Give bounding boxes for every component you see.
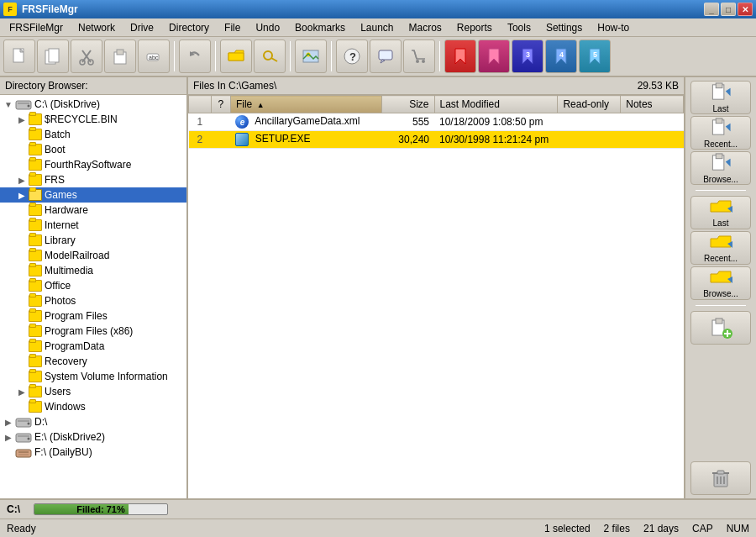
menu-drive[interactable]: Drive bbox=[123, 19, 161, 36]
tree-item-internet[interactable]: ▶ Internet bbox=[0, 218, 186, 233]
tree-label-d-drive: D:\ bbox=[34, 416, 47, 428]
menu-macros[interactable]: Macros bbox=[402, 19, 449, 36]
tb-bookmark5-button[interactable]: 5 bbox=[579, 39, 611, 73]
file-row-name-1[interactable]: e AncillaryGameData.xml bbox=[230, 113, 381, 131]
tree-item-modelrailroad[interactable]: ▶ ModelRailroad bbox=[0, 248, 186, 263]
svg-marker-49 bbox=[726, 124, 731, 132]
expander-users[interactable]: ▶ bbox=[15, 385, 29, 398]
sidebar-browse-button-top[interactable]: Browse... bbox=[690, 151, 751, 185]
svg-marker-46 bbox=[726, 88, 731, 97]
expander-frs[interactable]: ▶ bbox=[15, 173, 29, 187]
tree-item-programdata[interactable]: ▶ ProgramData bbox=[0, 339, 186, 354]
file-row-q-2 bbox=[211, 131, 230, 149]
tree-item-frs[interactable]: ▶ FRS bbox=[0, 172, 186, 187]
menu-undo[interactable]: Undo bbox=[248, 19, 287, 36]
tree-item-e-drive[interactable]: ▶ E:\ (DiskDrive2) bbox=[0, 429, 186, 445]
col-header-notes[interactable]: Notes bbox=[621, 96, 684, 113]
table-row[interactable]: 1 e AncillaryGameData.xml 555 10/18/2009… bbox=[189, 113, 684, 131]
expander-c[interactable]: ▼ bbox=[2, 97, 15, 111]
files-table[interactable]: ? File ▲ Size Last Modified Read-only No… bbox=[188, 95, 684, 498]
col-header-q[interactable]: ? bbox=[211, 96, 230, 113]
tree-label-hardware: Hardware bbox=[45, 204, 88, 216]
tb-cart-button[interactable] bbox=[403, 39, 435, 73]
svg-rect-3 bbox=[49, 49, 59, 62]
tree-item-f-drive[interactable]: ▶ F:\ (DailyBU) bbox=[0, 445, 186, 460]
tb-chat-button[interactable] bbox=[370, 39, 402, 73]
menu-network[interactable]: Network bbox=[71, 19, 123, 36]
tree-item-frs-software[interactable]: ▶ FourthRaySoftware bbox=[0, 157, 186, 172]
expander-e[interactable]: ▶ bbox=[2, 430, 15, 444]
col-header-readonly[interactable]: Read-only bbox=[558, 96, 621, 113]
col-header-file[interactable]: File ▲ bbox=[230, 96, 381, 113]
tb-folder-button[interactable] bbox=[220, 39, 252, 73]
menu-frsfilemgr[interactable]: FRSFileMgr bbox=[2, 19, 71, 36]
tree-item-library[interactable]: ▶ Library bbox=[0, 233, 186, 248]
tb-bookmark4-button[interactable]: 4 bbox=[545, 39, 577, 73]
maximize-button[interactable]: □ bbox=[721, 3, 736, 16]
tree-item-batch[interactable]: ▶ Batch bbox=[0, 127, 186, 142]
tb-paste-button[interactable] bbox=[104, 39, 136, 73]
sidebar-recent-button-folder[interactable]: Recent... bbox=[690, 231, 751, 265]
tb-key-button[interactable] bbox=[254, 39, 286, 73]
col-header-modified[interactable]: Last Modified bbox=[434, 96, 558, 113]
menu-settings[interactable]: Settings bbox=[538, 19, 590, 36]
tb-help-button[interactable]: ? bbox=[336, 39, 368, 73]
sidebar-new-file-button[interactable] bbox=[690, 311, 751, 345]
tree-item-c-drive[interactable]: ▼ C:\ (DiskDrive) bbox=[0, 97, 186, 112]
tb-new-button[interactable] bbox=[3, 39, 35, 73]
tb-rename-button[interactable]: abc bbox=[138, 39, 170, 73]
menu-directory[interactable]: Directory bbox=[161, 19, 217, 36]
sidebar-delete-button[interactable] bbox=[690, 461, 751, 495]
folder-icon-users bbox=[29, 386, 42, 397]
tree-item-office[interactable]: ▶ Office bbox=[0, 278, 186, 293]
tb-copy-button[interactable] bbox=[37, 39, 69, 73]
tb-cut-button[interactable] bbox=[71, 39, 102, 73]
tree-item-d-drive[interactable]: ▶ D:\ bbox=[0, 414, 186, 429]
expander-games[interactable]: ▶ bbox=[15, 188, 29, 202]
minimize-button[interactable]: _ bbox=[704, 3, 719, 16]
tree-item-progfiles86[interactable]: ▶ Program Files (x86) bbox=[0, 324, 186, 339]
tree-container[interactable]: ▼ C:\ (DiskDrive) ▶ $RECYCLE.BIN ▶ Batch… bbox=[0, 95, 186, 498]
tree-item-photos[interactable]: ▶ Photos bbox=[0, 293, 186, 308]
svg-line-14 bbox=[271, 58, 277, 61]
tree-label-boot: Boot bbox=[45, 144, 66, 155]
menu-file[interactable]: File bbox=[217, 19, 248, 36]
svg-point-13 bbox=[264, 51, 272, 60]
menu-launch[interactable]: Launch bbox=[353, 19, 401, 36]
tree-item-recycle[interactable]: ▶ $RECYCLE.BIN bbox=[0, 112, 186, 127]
tb-bookmark3-button[interactable]: 3 bbox=[512, 39, 543, 73]
tb-image-button[interactable] bbox=[295, 39, 327, 73]
sidebar-last-button-top[interactable]: Last bbox=[690, 81, 751, 114]
sidebar-recent-button-top[interactable]: Recent... bbox=[690, 116, 751, 150]
tb-bookmark2-button[interactable] bbox=[478, 39, 510, 73]
col-header-num[interactable] bbox=[189, 96, 212, 113]
svg-marker-20 bbox=[381, 60, 385, 63]
tree-item-hardware[interactable]: ▶ Hardware bbox=[0, 203, 186, 218]
col-header-size[interactable]: Size bbox=[381, 96, 434, 113]
tree-item-users[interactable]: ▶ Users bbox=[0, 384, 186, 399]
expander-recycle[interactable]: ▶ bbox=[15, 113, 29, 126]
menu-tools[interactable]: Tools bbox=[500, 19, 538, 36]
sidebar-browse-button-folder[interactable]: Browse... bbox=[690, 266, 751, 300]
sidebar-browse-label-top: Browse... bbox=[703, 175, 738, 184]
tree-item-recovery[interactable]: ▶ Recovery bbox=[0, 354, 186, 369]
tb-bookmark1-button[interactable] bbox=[444, 39, 476, 73]
sidebar-last-button-folder[interactable]: Last bbox=[690, 196, 751, 229]
menu-reports[interactable]: Reports bbox=[449, 19, 500, 36]
tree-item-games[interactable]: ▶ Games bbox=[0, 187, 186, 203]
tree-item-multimedia[interactable]: ▶ Multimedia bbox=[0, 263, 186, 278]
file-row-name-2[interactable]: SETUP.EXE bbox=[230, 131, 381, 149]
menu-howto[interactable]: How-to bbox=[590, 19, 637, 36]
close-button[interactable]: ✕ bbox=[738, 3, 753, 16]
tb-undo-button[interactable] bbox=[179, 39, 211, 73]
tree-label-progfiles86: Program Files (x86) bbox=[45, 325, 133, 337]
tree-item-sysvolinfo[interactable]: ▶ System Volume Information bbox=[0, 369, 186, 384]
right-sidebar: Last Recent... Browse... Last Recent... … bbox=[684, 77, 756, 498]
tree-item-boot[interactable]: ▶ Boot bbox=[0, 142, 186, 157]
expander-d[interactable]: ▶ bbox=[2, 415, 15, 429]
svg-point-23 bbox=[422, 60, 425, 63]
tree-item-progfiles[interactable]: ▶ Program Files bbox=[0, 308, 186, 324]
tree-item-windows[interactable]: ▶ Windows bbox=[0, 399, 186, 414]
table-row[interactable]: 2 SETUP.EXE 30,240 10/30/1998 11:21:24 p… bbox=[189, 131, 684, 149]
menu-bookmarks[interactable]: Bookmarks bbox=[287, 19, 353, 36]
